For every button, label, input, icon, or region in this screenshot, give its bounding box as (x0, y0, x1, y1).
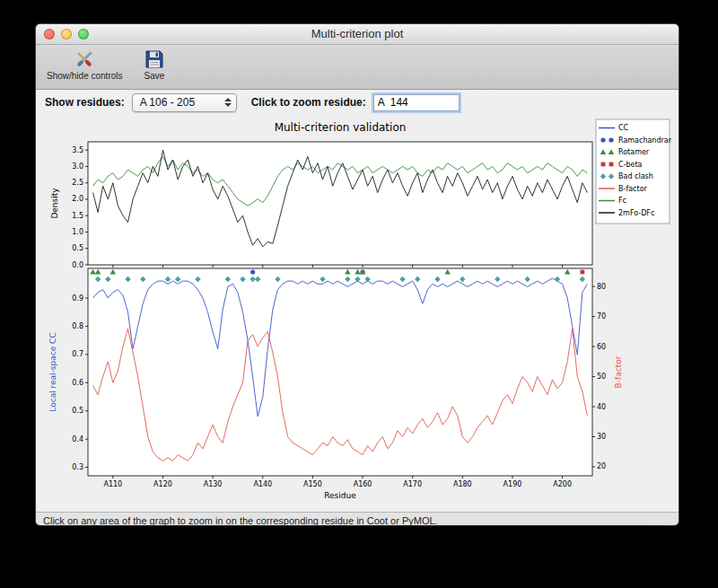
tools-icon (73, 48, 96, 70)
svg-text:0.6: 0.6 (72, 379, 83, 387)
svg-text:Rotamer: Rotamer (618, 148, 650, 156)
svg-text:0.7: 0.7 (72, 350, 83, 358)
svg-text:0.4: 0.4 (72, 435, 83, 443)
desktop-background: Multi-criterion plot S (0, 0, 718, 588)
svg-text:A150: A150 (303, 480, 322, 488)
stepper-icon (223, 98, 233, 107)
svg-text:A190: A190 (503, 480, 522, 488)
status-hint: Click on any area of the graph to zoom i… (43, 515, 438, 525)
svg-text:50: 50 (597, 373, 606, 381)
svg-text:2.5: 2.5 (72, 179, 83, 187)
svg-text:A140: A140 (253, 480, 272, 488)
save-label: Save (144, 71, 165, 81)
status-bar: Click on any area of the graph to zoom i… (36, 512, 679, 525)
svg-text:2mFo-DFc: 2mFo-DFc (618, 209, 654, 217)
traffic-lights (44, 29, 89, 39)
x-axis-label: Residue (324, 491, 356, 500)
svg-text:A200: A200 (553, 480, 572, 488)
svg-text:A170: A170 (403, 480, 422, 488)
density-axis-label: Density (50, 188, 59, 219)
toolbar: Show/hide controls Save (36, 45, 679, 90)
svg-text:0.0: 0.0 (72, 261, 83, 269)
panels (88, 142, 592, 476)
svg-text:0.3: 0.3 (72, 463, 83, 471)
svg-text:A130: A130 (204, 480, 223, 488)
zoom-residue-input[interactable] (373, 94, 460, 111)
svg-text:0.5: 0.5 (72, 407, 83, 415)
chart-legend: CCRamachandranRotamerC-betaBad clashB-fa… (596, 119, 671, 224)
svg-text:1.0: 1.0 (72, 228, 83, 236)
window-title: Multi-criterion plot (311, 27, 404, 40)
svg-text:Fc: Fc (618, 197, 626, 205)
controls-bar: Show residues: A 106 - 205 Click to zoom… (36, 90, 679, 115)
svg-text:C-beta: C-beta (618, 161, 643, 169)
minimize-button[interactable] (61, 29, 72, 39)
svg-text:B-factor: B-factor (618, 185, 648, 193)
svg-text:1.5: 1.5 (72, 212, 83, 220)
zoom-window-button[interactable] (78, 29, 89, 39)
multi-criterion-chart[interactable]: Multi-criterion validation0.00.51.01.52.… (43, 117, 671, 512)
svg-text:A120: A120 (153, 480, 172, 488)
svg-text:0.5: 0.5 (72, 244, 83, 252)
plot-area: Multi-criterion validation0.00.51.01.52.… (36, 115, 679, 512)
bfactor-axis-label: B-factor (614, 355, 623, 388)
zoom-residue-label: Click to zoom residue: (251, 96, 366, 109)
svg-text:70: 70 (597, 312, 606, 320)
svg-text:3.5: 3.5 (72, 146, 83, 154)
svg-text:2.0: 2.0 (72, 195, 83, 203)
close-button[interactable] (44, 29, 55, 39)
svg-text:30: 30 (597, 433, 606, 441)
svg-text:3.0: 3.0 (72, 162, 83, 171)
app-window: Multi-criterion plot S (36, 24, 679, 525)
svg-text:0.8: 0.8 (72, 322, 83, 330)
svg-text:20: 20 (597, 462, 606, 470)
svg-text:0.9: 0.9 (72, 294, 83, 303)
save-icon (144, 48, 164, 70)
cc-axis-label: Local real-space CC (48, 332, 57, 411)
svg-text:A160: A160 (354, 480, 372, 488)
show-residues-value: A 106 - 205 (140, 96, 195, 109)
svg-text:A180: A180 (453, 480, 472, 488)
svg-text:A110: A110 (103, 480, 122, 488)
svg-text:Ramachandran: Ramachandran (618, 136, 671, 145)
svg-text:40: 40 (597, 403, 606, 411)
show-residues-label: Show residues: (45, 96, 125, 109)
show-hide-controls-button[interactable]: Show/hide controls (43, 48, 127, 82)
svg-text:CC: CC (618, 124, 629, 132)
save-button[interactable]: Save (141, 48, 169, 82)
show-hide-controls-label: Show/hide controls (47, 71, 123, 81)
title-bar[interactable]: Multi-criterion plot (36, 24, 679, 45)
svg-text:Bad clash: Bad clash (618, 172, 653, 180)
chart-title: Multi-criterion validation (275, 121, 407, 134)
svg-text:80: 80 (597, 283, 606, 291)
svg-text:60: 60 (597, 343, 606, 351)
show-residues-select[interactable]: A 106 - 205 (132, 93, 237, 112)
